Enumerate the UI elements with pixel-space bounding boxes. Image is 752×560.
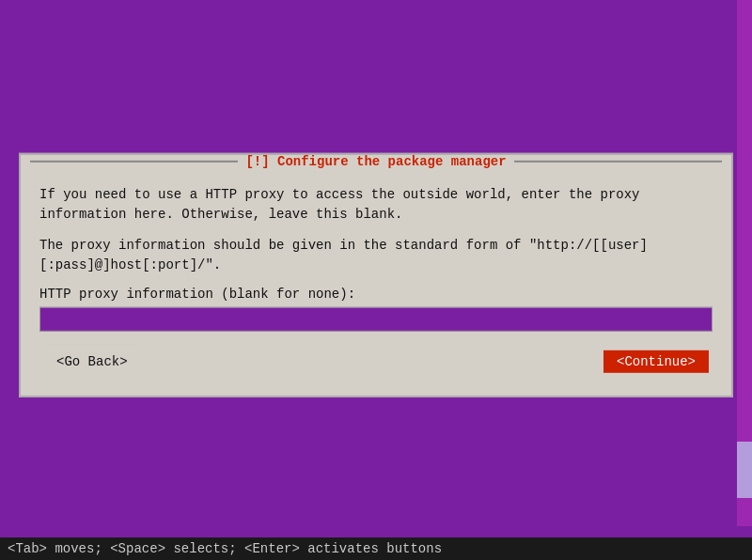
- continue-button[interactable]: <Continue>: [603, 350, 709, 373]
- dialog-overlay: [!] Configure the package manager If you…: [19, 153, 733, 397]
- status-bar: <Tab> moves; <Space> selects; <Enter> ac…: [0, 537, 752, 560]
- scrollbar-thumb[interactable]: [737, 442, 752, 498]
- description-text-2: The proxy information should be given in…: [39, 236, 713, 275]
- dialog-title: [!] Configure the package manager: [238, 154, 513, 169]
- configure-package-manager-dialog: [!] Configure the package manager If you…: [19, 153, 733, 397]
- title-line-right: [514, 161, 722, 163]
- description-text-1: If you need to use a HTTP proxy to acces…: [39, 185, 713, 225]
- dialog-titlebar: [!] Configure the package manager: [21, 154, 731, 169]
- title-line-left: [30, 161, 238, 163]
- dialog-content: If you need to use a HTTP proxy to acces…: [21, 170, 731, 396]
- scrollbar[interactable]: [737, 0, 752, 526]
- status-text: <Tab> moves; <Space> selects; <Enter> ac…: [8, 541, 442, 556]
- proxy-label: HTTP proxy information (blank for none):: [39, 287, 713, 302]
- dialog-buttons: <Go Back> <Continue>: [39, 350, 713, 381]
- go-back-button[interactable]: <Go Back>: [43, 350, 141, 373]
- desktop: [!] Configure the package manager If you…: [0, 0, 752, 560]
- proxy-input-wrapper[interactable]: [39, 307, 713, 332]
- proxy-input[interactable]: [46, 312, 706, 327]
